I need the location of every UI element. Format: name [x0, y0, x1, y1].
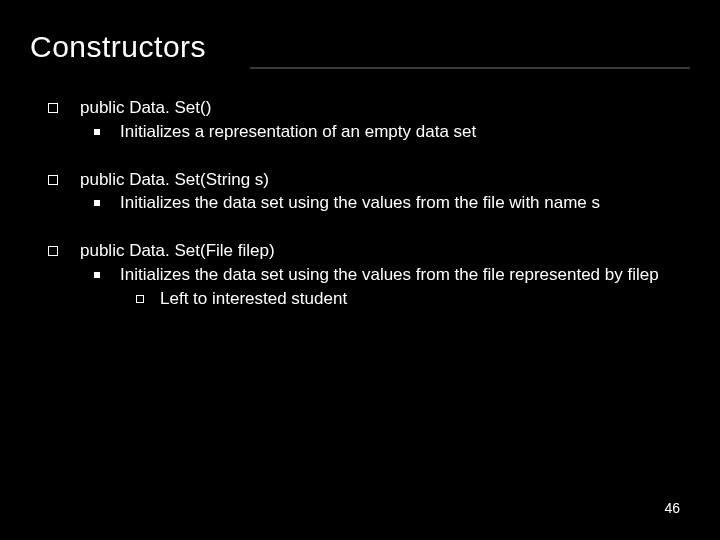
list-item: Initializes the data set using the value…	[80, 264, 686, 310]
bullet-list: public Data. Set() Initializes a represe…	[40, 97, 686, 309]
constructor-desc: Initializes the data set using the value…	[120, 265, 659, 284]
list-item: public Data. Set(String s) Initializes t…	[40, 169, 686, 215]
title-underline	[250, 67, 690, 69]
constructor-desc: Initializes a representation of an empty…	[120, 122, 476, 141]
constructor-signature: public Data. Set(File filep)	[80, 241, 275, 260]
list-item: Initializes the data set using the value…	[80, 192, 686, 214]
constructor-signature: public Data. Set()	[80, 98, 211, 117]
constructor-note: Left to interested student	[160, 289, 347, 308]
slide-content: public Data. Set() Initializes a represe…	[30, 97, 690, 309]
list-item: public Data. Set() Initializes a represe…	[40, 97, 686, 143]
list-item: Initializes a representation of an empty…	[80, 121, 686, 143]
constructor-signature: public Data. Set(String s)	[80, 170, 269, 189]
constructor-desc: Initializes the data set using the value…	[120, 193, 600, 212]
slide-title: Constructors	[30, 30, 690, 67]
page-number: 46	[664, 500, 680, 516]
list-item: Left to interested student	[120, 288, 686, 310]
slide: Constructors public Data. Set() Initiali…	[0, 0, 720, 540]
title-block: Constructors	[30, 30, 690, 69]
list-item: public Data. Set(File filep) Initializes…	[40, 240, 686, 309]
